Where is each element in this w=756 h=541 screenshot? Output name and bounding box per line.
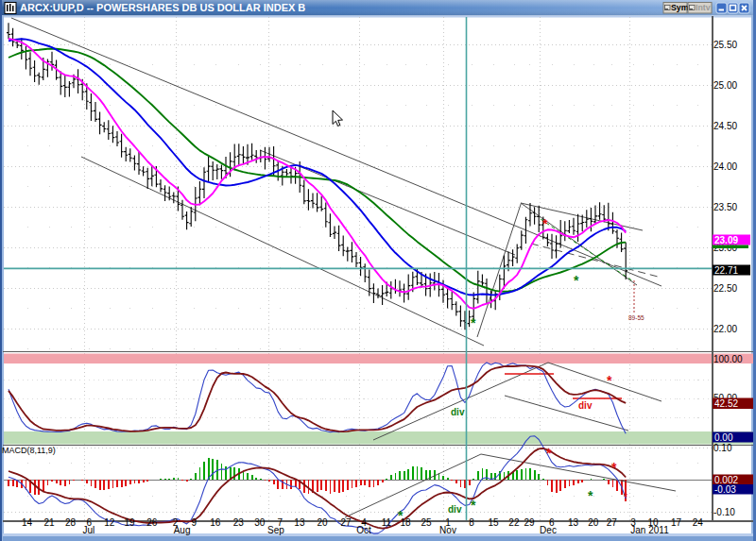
svg-text:*: * [574,273,579,288]
svg-text:20: 20 [317,517,328,528]
svg-text:Dec: Dec [540,525,557,535]
svg-text:89-55: 89-55 [628,314,644,321]
svg-text:*: * [471,498,476,513]
svg-text:23: 23 [233,517,245,528]
svg-text:25: 25 [421,517,432,528]
svg-text:div: div [451,407,465,417]
svg-text:ARCX:UUP,D -- POWERSHARES DB U: ARCX:UUP,D -- POWERSHARES DB US DOLLAR I… [20,2,305,13]
svg-text:15: 15 [488,517,499,528]
svg-text:MACD(8,11,9): MACD(8,11,9) [2,446,56,455]
svg-text:*: * [546,446,552,461]
svg-text:22.00: 22.00 [713,324,737,334]
svg-text:*: * [624,492,627,502]
svg-text:-0.10: -0.10 [713,507,735,517]
svg-text:13: 13 [294,517,305,528]
svg-text:Jan 2011: Jan 2011 [630,525,669,535]
svg-text:12: 12 [104,517,115,528]
svg-text:20: 20 [588,517,599,528]
svg-text:*: * [542,216,548,231]
svg-text:42.52: 42.52 [714,398,738,409]
svg-text:28: 28 [65,517,77,528]
svg-text:Oct: Oct [356,525,371,535]
svg-text:16: 16 [210,517,221,528]
svg-text:Nov: Nov [439,525,456,535]
svg-text:22.50: 22.50 [713,283,737,294]
svg-text:13: 13 [568,517,579,528]
svg-text:26: 26 [146,517,158,528]
svg-text:0.10: 0.10 [713,443,732,453]
svg-text:25.50: 25.50 [713,40,737,50]
svg-text:0.00: 0.00 [714,432,733,443]
svg-text:11: 11 [382,517,392,528]
svg-text:25.00: 25.00 [713,80,737,91]
svg-text:29: 29 [524,517,535,528]
svg-text:0.002: 0.002 [714,475,738,485]
svg-text:*: * [588,488,593,503]
svg-text:23.09: 23.09 [714,235,738,245]
svg-text:21: 21 [43,517,55,528]
svg-text:100.00: 100.00 [713,354,743,364]
svg-text:Sep: Sep [267,525,284,535]
svg-text:*: * [607,373,612,388]
svg-text:Jul: Jul [82,525,94,535]
svg-text:24: 24 [693,517,704,528]
svg-text:22.71: 22.71 [714,265,738,276]
svg-text:Aug: Aug [174,525,191,535]
svg-text:14: 14 [22,517,33,528]
svg-text:19: 19 [124,517,135,528]
svg-text:-0.03: -0.03 [714,484,736,495]
svg-text:30: 30 [254,517,266,528]
svg-text:17: 17 [671,517,682,528]
svg-text:div: div [448,504,462,515]
svg-text:Sym: Sym [671,3,689,12]
svg-text:27: 27 [340,517,352,528]
svg-text:23.50: 23.50 [713,202,737,212]
svg-text:18: 18 [400,517,411,528]
svg-text:*: * [471,315,476,330]
svg-text:22: 22 [508,517,520,528]
svg-text:Intv: Intv [696,3,711,12]
svg-text:24.00: 24.00 [713,161,737,172]
svg-text:8: 8 [469,517,474,528]
svg-text:9: 9 [192,517,198,528]
svg-text:27: 27 [607,517,618,528]
svg-text:*: * [611,460,617,475]
svg-text:div: div [578,400,593,411]
svg-text:24.50: 24.50 [713,121,737,131]
